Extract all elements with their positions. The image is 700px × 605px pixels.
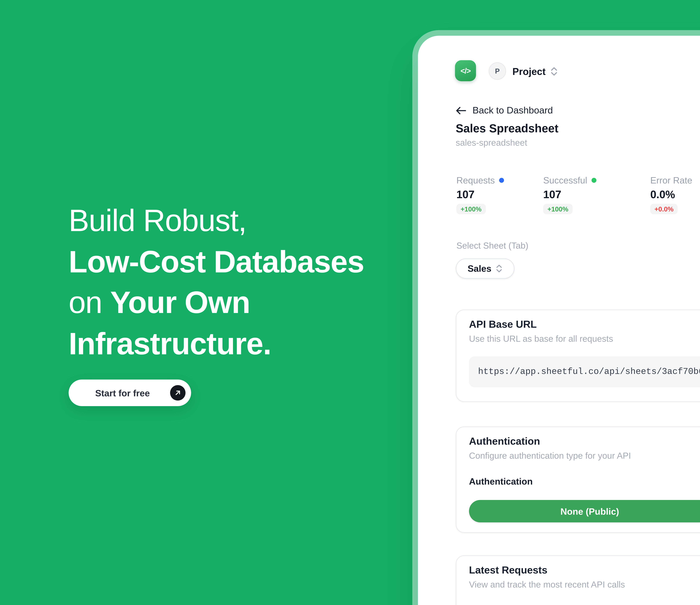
auth-type-toggle: None (Public) Bearer Token <box>469 500 700 523</box>
auth-card-title: Authentication <box>469 436 540 447</box>
start-for-free-label: Start for free <box>95 388 150 398</box>
hero-line-1: Build Robust, <box>69 203 246 237</box>
stat-successful: Successful 107 +100% <box>543 175 596 214</box>
sheet-select-dropdown[interactable]: Sales <box>456 258 515 279</box>
select-sheet-label: Select Sheet (Tab) <box>456 241 528 251</box>
hero-line-2: Low-Cost Databases <box>69 244 364 279</box>
api-base-url-card: API Base URL Use this URL as base for al… <box>456 310 700 402</box>
auth-option-none-public[interactable]: None (Public) <box>469 500 700 523</box>
stat-requests: Requests 107 +100% <box>456 175 504 214</box>
back-to-dashboard-label: Back to Dashboard <box>473 105 553 116</box>
api-card-subtitle: Use this URL as base for all requests <box>469 334 613 344</box>
stat-label: Error Rate <box>650 175 692 186</box>
hero-headline: Build Robust, Low-Cost Databases on Your… <box>69 200 364 364</box>
project-switcher[interactable]: Project <box>512 66 558 77</box>
stat-value: 107 <box>543 188 596 201</box>
sheet-select-value: Sales <box>468 263 492 274</box>
api-url-field: https://app.sheetful.co/api/sheets/3acf7… <box>469 357 700 387</box>
project-initial: P <box>495 67 500 75</box>
hero-section: Build Robust, Low-Cost Databases on Your… <box>69 200 364 364</box>
back-to-dashboard-link[interactable]: Back to Dashboard <box>456 105 553 116</box>
authentication-card: Authentication Configure authentication … <box>456 427 700 533</box>
start-for-free-button[interactable]: Start for free <box>69 380 191 406</box>
stat-label: Successful <box>543 175 587 186</box>
stat-delta-badge: +100% <box>456 204 486 214</box>
page-title: Sales Spreadsheet <box>456 122 558 135</box>
project-label: Project <box>512 66 546 77</box>
stat-value: 107 <box>456 188 504 201</box>
stat-value: 0.0% <box>650 188 692 201</box>
code-icon: </> <box>460 67 471 75</box>
project-avatar[interactable]: P <box>489 62 506 80</box>
app-window: </> P Project Back to Dashboard <box>418 36 700 605</box>
auth-card-subtitle: Configure authentication type for your A… <box>469 451 631 461</box>
hero-line-4: Infrastructure. <box>69 326 271 360</box>
arrow-left-icon <box>456 106 466 115</box>
chevron-up-down-icon <box>496 264 503 273</box>
latest-requests-subtitle: View and track the most recent API calls <box>469 580 625 589</box>
stat-delta-badge: +0.0% <box>650 204 678 214</box>
stat-delta-badge: +100% <box>543 204 572 214</box>
green-dot-icon <box>591 178 596 183</box>
latest-requests-title: Latest Requests <box>469 564 547 576</box>
hero-line-3-prefix: on <box>69 285 110 319</box>
stat-label: Requests <box>456 175 495 186</box>
stat-error-rate: Error Rate 0.0% +0.0% <box>650 175 692 214</box>
auth-field-label: Authentication <box>469 476 533 487</box>
app-logo[interactable]: </> <box>455 60 476 81</box>
page-slug: sales-spreadsheet <box>456 138 527 148</box>
latest-requests-card: Latest Requests View and track the most … <box>456 555 700 605</box>
hero-line-3-bold: Your Own <box>110 285 250 319</box>
api-card-title: API Base URL <box>469 319 537 330</box>
chevron-up-down-icon <box>550 67 558 76</box>
blue-dot-icon <box>499 178 504 183</box>
page: Build Robust, Low-Cost Databases on Your… <box>0 0 700 605</box>
arrow-up-right-icon <box>170 385 185 401</box>
